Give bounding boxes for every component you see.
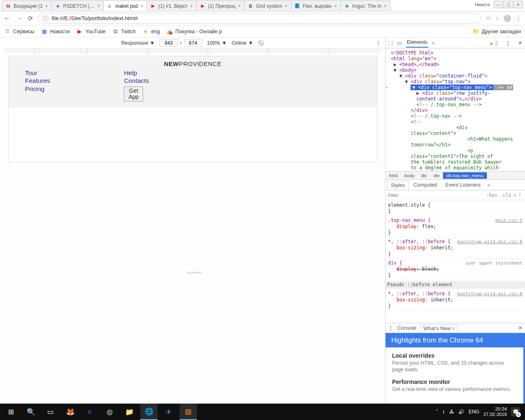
browser-tab[interactable]: ▶(1) Препроц×	[196, 0, 244, 11]
whats-new-item[interactable]: Performance monitor Get a real-time view…	[392, 379, 517, 393]
star-icon[interactable]: ☆	[495, 16, 500, 21]
warnings-badge[interactable]: ▲ 2	[489, 40, 498, 46]
browser-tab[interactable]: 📘Flex, выровн×	[291, 0, 341, 11]
translate-icon[interactable]: ⚇	[486, 16, 491, 21]
devtools-menu-button[interactable]: ⋮	[505, 40, 511, 46]
bookmark-item[interactable]: ⛺Покупка - Онлайн р	[167, 28, 222, 35]
network-select[interactable]: Online ▼	[232, 40, 253, 46]
hov-toggle[interactable]: :hov	[486, 192, 498, 198]
tab-console[interactable]: Console	[395, 324, 419, 332]
whats-new-header: Highlights from the Chrome 64	[386, 333, 525, 347]
inspect-icon[interactable]: ⬚	[388, 40, 393, 46]
close-icon[interactable]: ×	[238, 3, 241, 9]
browser-tab[interactable]: ◉Imgur: The m×	[340, 0, 390, 11]
zoom-select[interactable]: 100% ▼	[207, 40, 227, 46]
bluetooth-icon[interactable]: ᚼ	[442, 409, 445, 415]
close-icon[interactable]: ×	[285, 3, 288, 9]
nav-link-tour[interactable]: Tour	[25, 69, 50, 77]
viewport-height-input[interactable]	[184, 39, 202, 47]
styles-rules[interactable]: element.style {} main.css:5 .top-nav_men…	[386, 200, 525, 323]
browser-tab[interactable]: 🗎maket psd×	[103, 0, 147, 11]
nav-link-features[interactable]: Features	[25, 77, 50, 84]
styles-menu-icon[interactable]: ⠇	[519, 192, 523, 198]
file-explorer-icon[interactable]: 📁	[121, 404, 138, 420]
nav-link-contacts[interactable]: Contacts	[124, 77, 149, 84]
tab-computed[interactable]: Computed	[410, 181, 441, 189]
nav-link-help[interactable]: Help	[124, 69, 149, 77]
bookmark-item[interactable]: ▶YouTube	[76, 28, 105, 35]
viewport-width-input[interactable]	[160, 39, 178, 47]
drawer-menu-icon[interactable]: ⋮	[388, 325, 393, 331]
browser-menu-button[interactable]: ⋮	[515, 14, 522, 22]
close-icon[interactable]: ×	[384, 3, 387, 9]
device-menu-button[interactable]: ⋮	[376, 40, 381, 46]
close-devtools-button[interactable]: ✕	[518, 40, 523, 46]
network-icon[interactable]: 🖧	[449, 409, 454, 415]
other-bookmarks[interactable]: 📁Другие закладки	[472, 28, 521, 35]
sublime-icon[interactable]: ▧	[180, 404, 197, 420]
reload-button[interactable]: ⟳	[28, 15, 33, 22]
profile-avatar[interactable]	[504, 15, 511, 22]
close-icon[interactable]: ×	[140, 3, 143, 9]
bookmark-item[interactable]: ⧉Twitch	[112, 28, 135, 35]
get-app-button[interactable]: Get App	[124, 87, 143, 102]
apps-shortcut[interactable]: ⠿Сервисы	[4, 28, 34, 35]
system-tray[interactable]: ˄ ᚼ 🖧 🔊 ENG 20:24 27.02.2018 💬6	[436, 406, 523, 417]
browser-tab[interactable]: MВходящие (1×	[2, 0, 52, 11]
bookmark-item[interactable]: ●eng	[142, 28, 160, 35]
url-input[interactable]	[52, 15, 477, 21]
chevron-down-icon: ▼	[248, 40, 253, 46]
close-window-button[interactable]: ✕	[514, 1, 523, 8]
tray-chevron-icon[interactable]: ˄	[436, 409, 438, 415]
minimize-button[interactable]: —	[494, 1, 503, 8]
maximize-button[interactable]: ▢	[504, 1, 513, 8]
edge-icon[interactable]: e	[81, 404, 98, 420]
close-icon[interactable]: ×	[45, 3, 48, 9]
cls-toggle[interactable]: .cls	[500, 192, 511, 198]
bookmarks-bar: ⠿Сервисы ▦Новости ▶YouTube ⧉Twitch ●eng …	[0, 25, 525, 38]
tab-event-listeners[interactable]: Event Listeners	[442, 181, 484, 189]
dom-breadcrumb[interactable]: html body div div div.top-nav_menu	[386, 171, 525, 180]
add-rule-button[interactable]: +	[514, 193, 516, 198]
styles-filter-input[interactable]	[388, 193, 484, 198]
tab-styles[interactable]: Styles	[387, 181, 409, 190]
forward-button[interactable]: →	[16, 15, 23, 22]
task-view-button[interactable]: ▭	[42, 404, 59, 420]
eng-icon: ●	[142, 28, 149, 35]
device-toggle-icon[interactable]: ▭	[397, 40, 402, 46]
dom-tree[interactable]: <!DOCTYPE html> <html lang="en"> ▶ <head…	[386, 48, 525, 171]
rotate-icon[interactable]	[258, 40, 264, 46]
whats-new-item[interactable]: Local overrides Persist your HTML, CSS, …	[392, 352, 517, 373]
tab-whats-new[interactable]: What's New×	[420, 324, 458, 333]
browser-tab[interactable]: ▶(1) #1. Верст×	[146, 0, 196, 11]
chrome-icon[interactable]: 🌐	[140, 404, 158, 420]
close-drawer-button[interactable]: ✕	[518, 325, 523, 331]
close-icon[interactable]: ×	[97, 3, 100, 9]
browser-tab[interactable]: BGrid system×	[244, 0, 291, 11]
tab-elements[interactable]: Elements	[406, 39, 428, 48]
shop-icon: ⛺	[167, 28, 173, 35]
start-button[interactable]: ⊞	[2, 404, 20, 420]
more-tabs-icon[interactable]: »	[432, 40, 435, 46]
devtools-drawer: ⋮ Console What's New× ✕ Highlights from …	[386, 323, 525, 404]
address-bar[interactable]: i	[38, 13, 482, 24]
close-icon[interactable]: ×	[190, 3, 193, 9]
more-tabs-icon[interactable]: »	[487, 182, 490, 188]
search-button[interactable]: 🔍	[22, 404, 39, 420]
clock[interactable]: 20:24 27.02.2018	[483, 406, 507, 417]
nav-link-pricing[interactable]: Pricing	[25, 85, 50, 93]
action-center-icon[interactable]: 💬6	[511, 407, 520, 416]
volume-icon[interactable]: 🔊	[458, 409, 464, 415]
app-icon[interactable]: ◎	[101, 404, 118, 420]
input-language[interactable]: ENG	[468, 409, 479, 415]
close-icon[interactable]: ×	[452, 326, 455, 331]
firefox-icon[interactable]: 🦊	[62, 404, 79, 420]
site-info-icon[interactable]: i	[43, 16, 48, 21]
back-button[interactable]: ←	[3, 15, 11, 22]
device-mode-select[interactable]: Responsive ▼	[121, 40, 155, 46]
telegram-icon[interactable]: ✈	[160, 404, 177, 420]
resize-handle[interactable]: ═══	[8, 269, 381, 276]
bookmark-item[interactable]: ▦Новости	[41, 28, 70, 35]
browser-tab[interactable]: ◆PSDETCH | PS×	[51, 0, 104, 11]
close-icon[interactable]: ×	[334, 3, 337, 9]
